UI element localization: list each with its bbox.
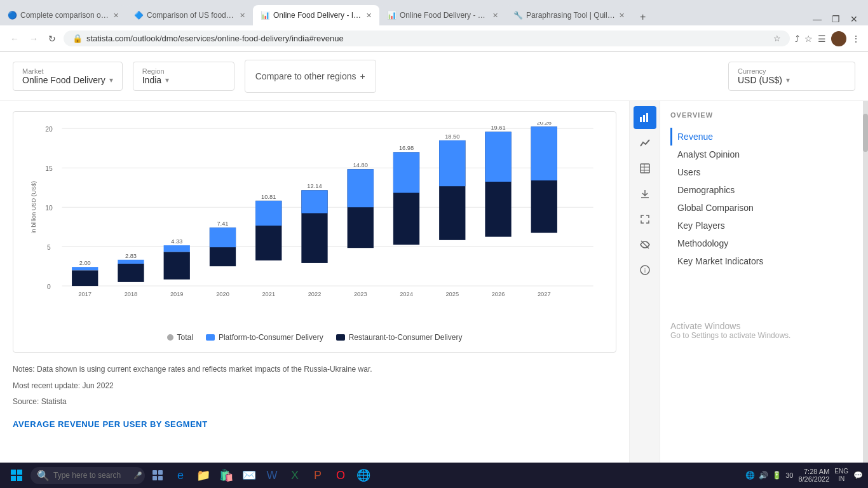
taskbar-search-input[interactable] (53, 471, 130, 480)
url-input[interactable]: 🔒 statista.com/outlook/dmo/eservices/onl… (64, 30, 790, 46)
tab-1[interactable]: 🔵 Complete comparison of the ✕ (0, 5, 126, 25)
tab1-close[interactable]: ✕ (113, 11, 119, 20)
settings-icon[interactable]: ☰ (818, 34, 826, 44)
table-icon[interactable] (634, 157, 656, 180)
back-button[interactable]: ← (8, 32, 22, 45)
bar-2027-platform (531, 126, 557, 180)
compare-text: Compare to other regions (255, 71, 356, 81)
right-sidebar: OVERVIEW Revenue Analyst Opinion Users D… (660, 101, 863, 488)
excel-taskbar-icon[interactable]: X (285, 465, 305, 485)
svg-rect-46 (11, 476, 16, 481)
taskbar-search-box[interactable]: 🔍 🎤 (31, 467, 145, 484)
nav-link-analyst-opinion[interactable]: Analyst Opinion (670, 146, 853, 163)
tab5-favicon: 🔧 (513, 11, 522, 20)
trend-icon[interactable] (634, 132, 656, 154)
time-display: 7:28 AM (798, 468, 829, 475)
main-content: 20 15 10 5 0 in billion USD (US$) (0, 101, 629, 488)
url-icon-group: ☆ (773, 34, 781, 43)
compare-regions-button[interactable]: Compare to other regions + (245, 60, 376, 93)
mail-taskbar-icon[interactable]: ✉️ (239, 465, 259, 485)
battery-icon[interactable]: 🔋 (772, 471, 782, 480)
legend-platform: Platform-to-Consumer Delivery (206, 333, 323, 342)
market-value: Online Food Delivery ▾ (22, 75, 113, 85)
bookmark-icon[interactable]: ☆ (804, 34, 813, 44)
region-dropdown-arrow: ▾ (165, 76, 169, 85)
task-view-button[interactable] (147, 465, 168, 485)
new-tab-button[interactable]: + (635, 9, 651, 25)
tab3-close[interactable]: ✕ (366, 11, 372, 20)
tab-5[interactable]: 🔧 Paraphrasing Tool | QuillBot ✕ (506, 5, 632, 25)
svg-text:2027: 2027 (538, 291, 551, 297)
svg-text:7.41: 7.41 (217, 220, 228, 227)
vertical-scrollbar[interactable] (863, 101, 868, 488)
nav-link-global-comparison[interactable]: Global Comparison (670, 199, 853, 217)
store-taskbar-icon[interactable]: 🛍️ (216, 465, 236, 485)
opera-taskbar-icon[interactable]: O (330, 465, 351, 485)
nav-link-demographics[interactable]: Demographics (670, 181, 853, 199)
tab-4[interactable]: 📊 Online Food Delivery - Unite ✕ (379, 5, 506, 25)
nav-link-revenue[interactable]: Revenue (670, 128, 853, 146)
bar-2019-platform (164, 245, 190, 252)
system-tray-icons: 🌐 🔊 🔋 30 (745, 471, 793, 480)
chart-legend: Total Platform-to-Consumer Delivery Rest… (24, 333, 606, 342)
legend-restaurant-square (336, 334, 345, 341)
overview-section-label: OVERVIEW (670, 111, 853, 119)
download-icon[interactable] (634, 182, 656, 205)
close-window-button[interactable]: ✕ (848, 13, 860, 25)
region-selector[interactable]: Region India ▾ (133, 62, 234, 91)
restore-button[interactable]: ❐ (829, 13, 843, 25)
share-icon[interactable]: ⤴ (795, 34, 799, 44)
tab4-close[interactable]: ✕ (492, 11, 498, 20)
chart-view-icon[interactable] (634, 106, 656, 129)
forward-button[interactable]: → (27, 32, 41, 45)
svg-text:19.61: 19.61 (491, 125, 505, 131)
profile-avatar[interactable] (831, 31, 846, 46)
nav-link-methodology[interactable]: Methodology (670, 234, 853, 252)
svg-text:i: i (644, 268, 646, 274)
activate-windows-title: Activate Windows (670, 321, 853, 331)
tab-3[interactable]: 📊 Online Food Delivery - India ✕ (253, 5, 379, 25)
refresh-button[interactable]: ↻ (46, 32, 58, 45)
volume-icon[interactable]: 🔊 (759, 471, 768, 480)
tab-2[interactable]: 🔷 Comparison of US food deliv ✕ (126, 5, 253, 25)
start-button[interactable] (5, 464, 28, 487)
svg-rect-45 (17, 470, 22, 475)
explorer-taskbar-icon[interactable]: 📁 (193, 465, 214, 485)
svg-text:20.26: 20.26 (537, 122, 552, 126)
hide-icon[interactable] (634, 233, 656, 256)
tab2-close[interactable]: ✕ (240, 11, 245, 20)
menu-icon[interactable]: ⋮ (851, 34, 860, 44)
nav-link-key-players[interactable]: Key Players (670, 217, 853, 234)
nav-link-key-market-indicators[interactable]: Key Market Indicators (670, 252, 853, 270)
chrome-taskbar-icon[interactable]: 🌐 (353, 465, 374, 485)
powerpoint-taskbar-icon[interactable]: P (308, 465, 328, 485)
currency-label: Currency (738, 67, 846, 75)
star-icon[interactable]: ☆ (773, 34, 781, 43)
notification-button[interactable]: 💬 (853, 471, 863, 480)
activate-windows-section: Activate Windows Go to Settings to activ… (670, 321, 853, 340)
market-selector[interactable]: Market Online Food Delivery ▾ (13, 62, 123, 91)
svg-rect-49 (158, 470, 163, 475)
expand-icon[interactable] (634, 208, 656, 231)
region-label: Region (142, 67, 225, 75)
edge-taskbar-icon[interactable]: e (170, 465, 191, 485)
word-taskbar-icon[interactable]: W (262, 465, 282, 485)
minimize-button[interactable]: — (810, 13, 824, 25)
svg-text:10: 10 (45, 205, 53, 212)
taskbar-time: 7:28 AM 8/26/2022 (798, 468, 829, 483)
network-icon[interactable]: 🌐 (745, 471, 755, 480)
tab5-close[interactable]: ✕ (619, 11, 625, 20)
svg-rect-51 (158, 476, 163, 480)
taskbar: 🔍 🎤 e 📁 🛍️ ✉️ W X P O 🌐 🌐 🔊 🔋 30 (0, 463, 868, 488)
legend-total-label: Total (177, 333, 193, 342)
svg-text:14.80: 14.80 (353, 162, 368, 168)
svg-text:2026: 2026 (492, 291, 505, 297)
scrollbar-thumb[interactable] (863, 114, 868, 152)
svg-text:16.98: 16.98 (399, 145, 414, 151)
currency-selector[interactable]: Currency USD (US$) ▾ (728, 62, 855, 91)
svg-text:2.00: 2.00 (79, 260, 91, 266)
info-icon[interactable]: i (634, 259, 656, 281)
microphone-icon[interactable]: 🎤 (133, 471, 142, 480)
nav-link-users[interactable]: Users (670, 163, 853, 181)
bar-2018-restaurant (118, 264, 144, 282)
